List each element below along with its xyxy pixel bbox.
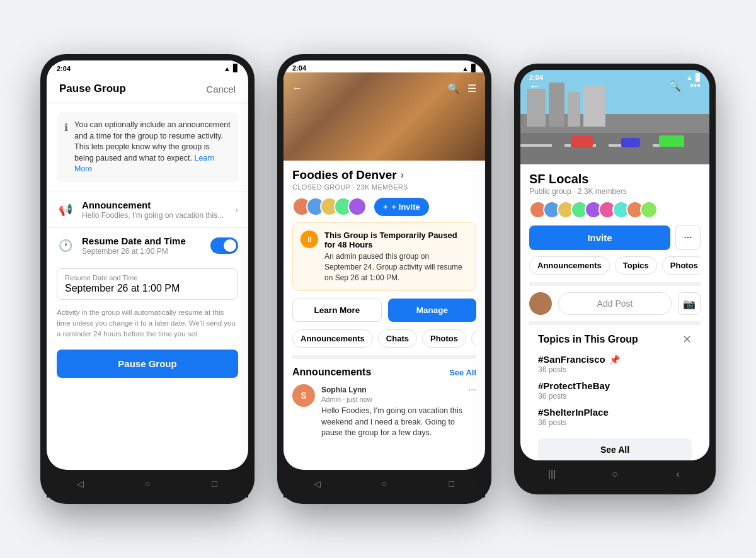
pause-group-button[interactable]: Pause Group (57, 350, 238, 378)
tab-events-2[interactable]: Events (471, 329, 476, 348)
recents-nav-3[interactable]: ||| (546, 468, 558, 481)
post-body: Hello Foodies, I'm going on vacation thi… (321, 406, 476, 439)
member-av3-9 (640, 201, 658, 219)
tab-announcements-2[interactable]: Announcements (292, 329, 373, 348)
invite-button-3[interactable]: Invite (529, 225, 670, 250)
p3-invite-row: Invite ··· (529, 225, 701, 250)
action-buttons-2: Learn More Manage (292, 299, 476, 322)
announcements-title: Announcements (292, 367, 371, 378)
pause-banner: ⏸ This Group is Temporarily Paused for 4… (292, 222, 476, 291)
topic-item-2[interactable]: #ProtectTheBay 36 posts (538, 380, 692, 401)
manage-button[interactable]: Manage (388, 299, 476, 322)
pause-title: This Group is Temporarily Paused for 48 … (324, 231, 468, 249)
nav-bar-2: ◁ ○ □ (284, 470, 485, 498)
status-icons-3: ▲ ▊ (686, 74, 701, 82)
tab-announcements-3[interactable]: Announcements (529, 256, 610, 275)
tab-photos-3[interactable]: Photos (662, 256, 701, 275)
announcement-title: Announcement (82, 200, 227, 210)
group-meta-3: Public group · 2.3K members (529, 187, 701, 196)
plus-icon-2: + (383, 202, 388, 212)
more-button-3[interactable]: ··· (675, 225, 701, 250)
poster-name: Sophia Lynn (321, 385, 367, 394)
phone-1: 2:04 ▲ ▊ Pause Group Cancel ℹ You can op… (40, 54, 255, 504)
time-2: 2:04 (292, 64, 306, 72)
resume-title: Resume Date and Time (82, 236, 203, 246)
more-icon-post[interactable]: ··· (468, 384, 476, 396)
bell-icon: 📢 (57, 203, 74, 217)
learn-more-button-2[interactable]: Learn More (292, 299, 382, 322)
resume-toggle[interactable] (210, 237, 238, 254)
chevron-icon-2: › (401, 169, 404, 181)
members-row-3 (529, 201, 701, 219)
nav-bar-3: ||| ○ ‹ (520, 460, 709, 488)
post-content: Sophia Lynn ··· Admin · just now Hello F… (321, 384, 476, 439)
recents-nav-2[interactable]: □ (445, 477, 458, 490)
announcements-section: Announcements See All S Sophia Lynn ··· … (292, 355, 476, 439)
pause-icon: ⏸ (301, 231, 318, 248)
back-nav-icon[interactable]: ◁ (74, 477, 86, 490)
search-icon-2[interactable]: 🔍 (447, 83, 460, 94)
close-topics-icon[interactable]: ✕ (682, 333, 692, 346)
recents-nav-icon[interactable]: □ (209, 477, 221, 490)
group-name-2: Foodies of Denver › (292, 168, 476, 182)
wifi-icon-2: ▲ (462, 65, 469, 72)
back-nav-2[interactable]: ◁ (311, 477, 323, 490)
topic-tag-1: #SanFrancisco 📌 (538, 354, 692, 365)
cancel-button[interactable]: Cancel (206, 84, 236, 94)
svg-rect-7 (520, 144, 552, 147)
tab-photos-2[interactable]: Photos (422, 329, 466, 348)
status-icons-1: ▲ ▊ (224, 64, 238, 72)
topic-tag-2: #ProtectTheBay (538, 380, 692, 391)
svg-rect-13 (659, 135, 684, 147)
date-input-box[interactable]: Resume Date and Time September 26 at 1:0… (57, 268, 238, 300)
home-nav-icon[interactable]: ○ (141, 477, 154, 490)
info-box: ℹ You can optionally include an announce… (57, 112, 238, 183)
topic-count-1: 36 posts (538, 365, 692, 374)
time-1: 2:04 (57, 65, 71, 72)
add-post-button[interactable]: Add Post (558, 292, 672, 315)
invite-button-2[interactable]: + + Invite (374, 198, 429, 216)
menu-icon-2[interactable]: ☰ (467, 83, 476, 94)
home-nav-2[interactable]: ○ (378, 477, 391, 490)
phone-2: 2:04 ▲ ▊ ← 🔍 ☰ (277, 54, 491, 504)
phone-2-screen: 2:04 ▲ ▊ ← 🔍 ☰ (284, 60, 485, 470)
time-3: 2:04 (529, 74, 543, 82)
back-nav-3[interactable]: ‹ (672, 468, 684, 481)
chevron-right-icon: › (235, 205, 238, 215)
tab-topics-3[interactable]: Topics (615, 256, 657, 275)
topics-header: Topics in This Group ✕ (538, 333, 692, 346)
avatar-stack-2 (292, 197, 362, 216)
tabs-row-3: Announcements Topics Photos Events (529, 256, 701, 275)
announce-header: Announcements See All (292, 367, 476, 378)
signal-icon-1: ▲ (224, 65, 231, 72)
topic-item-1[interactable]: #SanFrancisco 📌 36 posts (538, 354, 692, 374)
resume-row[interactable]: 🕐 Resume Date and Time September 26 at 1… (47, 227, 248, 263)
date-value: September 26 at 1:00 PM (65, 283, 230, 294)
announcement-row[interactable]: 📢 Announcement Hello Foodies, I'm going … (47, 191, 248, 227)
resume-sub: September 26 at 1:00 PM (82, 247, 203, 256)
group-cover-3: ← 🔍 ••• 2:04 ▲ ▊ (520, 70, 709, 164)
group-name-3: SF Locals (529, 172, 701, 186)
announcement-text: Announcement Hello Foodies, I'm going on… (82, 200, 227, 220)
p2-header-icons: ← 🔍 ☰ (284, 77, 485, 100)
back-icon-2[interactable]: ← (292, 83, 302, 94)
status-bar-2: 2:04 ▲ ▊ (284, 60, 485, 72)
pin-icon-1: 📌 (609, 355, 620, 365)
pause-content: This Group is Temporarily Paused for 48 … (324, 231, 468, 283)
resume-text: Resume Date and Time September 26 at 1:0… (82, 236, 203, 256)
add-post-row: Add Post 📷 (529, 282, 701, 321)
see-all-link[interactable]: See All (449, 368, 476, 377)
camera-button[interactable]: 📷 (678, 292, 701, 315)
post-item: S Sophia Lynn ··· Admin · just now Hello… (292, 384, 476, 439)
svg-rect-11 (571, 136, 593, 147)
home-nav-3[interactable]: ○ (609, 468, 621, 481)
topic-count-2: 36 posts (538, 392, 692, 401)
p1-title: Pause Group (59, 83, 126, 95)
svg-rect-12 (621, 138, 640, 147)
topic-item-3[interactable]: #ShelterInPlace 36 posts (538, 407, 692, 427)
info-icon: ℹ (64, 121, 68, 175)
tab-chats-2[interactable]: Chats (378, 329, 417, 348)
p3-content: SF Locals Public group · 2.3K members (520, 164, 709, 460)
see-all-button-3[interactable]: See All (538, 438, 692, 460)
info-text: You can optionally include an announceme… (74, 120, 231, 175)
